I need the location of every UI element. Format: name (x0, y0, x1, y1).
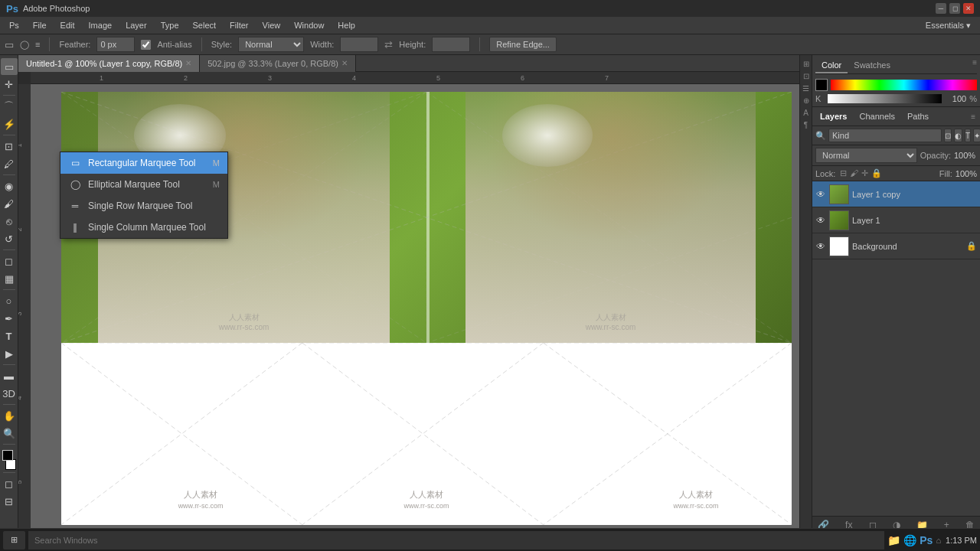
taskbar-search[interactable] (28, 531, 884, 549)
layer-item-background[interactable]: 👁 Background 🔒 (812, 233, 980, 259)
color-gradient[interactable] (831, 80, 977, 90)
tab-color[interactable]: Color (815, 58, 848, 73)
tool-crop[interactable]: ⊡ (1, 138, 18, 155)
layer-filter-shape[interactable]: ✦ (973, 129, 980, 142)
tab-channels[interactable]: Channels (856, 110, 897, 122)
tool-screen-mode[interactable]: ⊟ (1, 493, 18, 510)
tool-magic-wand[interactable]: ⚡ (1, 116, 18, 132)
menu-file[interactable]: File (27, 19, 53, 31)
tool-dodge[interactable]: ○ (1, 292, 18, 309)
feather-input[interactable] (96, 37, 135, 52)
tool-sep-9 (3, 472, 15, 473)
menu-edit[interactable]: Edit (54, 19, 81, 31)
tool-pen[interactable]: ✒ (1, 310, 18, 327)
menu-view[interactable]: View (256, 19, 287, 31)
menu-filter[interactable]: Filter (224, 19, 254, 31)
svg-rect-0 (31, 72, 799, 84)
ctx-rectangular-marquee[interactable]: ▭ Rectangular Marquee Tool M (60, 152, 227, 174)
lock-position-icon[interactable]: ✛ (861, 168, 868, 178)
layer-filter-pixel[interactable]: ⊡ (944, 129, 952, 142)
side-icon-1[interactable]: ⊞ (801, 58, 812, 69)
menu-image[interactable]: Image (83, 19, 119, 31)
tab-untitled[interactable]: Untitled-1 @ 100% (Layer 1 copy, RGB/8) … (18, 55, 200, 72)
workspace-essentials[interactable]: Essentials ▾ (920, 19, 977, 32)
menu-ps[interactable]: Ps (3, 19, 25, 31)
tab-swatches[interactable]: Swatches (848, 58, 897, 73)
layer-item-copy[interactable]: 👁 Layer 1 copy (812, 181, 980, 207)
height-input[interactable] (432, 37, 470, 52)
layer-filter-text[interactable]: T (965, 129, 971, 142)
tool-spot-heal[interactable]: ◉ (1, 178, 18, 194)
restore-button[interactable]: ◻ (949, 3, 960, 14)
ctx-elliptical-marquee[interactable]: ◯ Elliptical Marquee Tool M (60, 174, 227, 195)
minimize-button[interactable]: ─ (936, 3, 946, 14)
layers-panel-menu[interactable]: ≡ (971, 112, 975, 121)
style-select[interactable]: Normal Fixed Ratio Fixed Size (238, 37, 304, 52)
start-button[interactable]: ⊞ (3, 531, 25, 549)
tool-eraser[interactable]: ◻ (1, 253, 18, 269)
tool-move[interactable]: ✛ (1, 76, 18, 93)
tool-text[interactable]: T (1, 328, 18, 344)
blend-mode-select[interactable]: Normal Dissolve Multiply Screen (815, 148, 917, 163)
color-panel-menu[interactable]: ≡ (972, 58, 977, 73)
tool-clone[interactable]: ⎋ (1, 213, 18, 230)
layers-search-input[interactable] (828, 129, 942, 142)
layer-bg-thumb (829, 236, 849, 256)
refine-edge-button[interactable]: Refine Edge... (489, 37, 557, 52)
tab-untitled-close[interactable]: ✕ (185, 59, 191, 67)
tool-hand[interactable]: ✋ (1, 407, 18, 424)
layer-filter-adjust[interactable]: ◐ (954, 129, 962, 142)
side-icon-3[interactable]: ☰ (801, 83, 812, 93)
tool-shape[interactable]: ▬ (1, 367, 18, 384)
side-icon-6[interactable]: ¶ (801, 119, 812, 130)
menu-help[interactable]: Help (332, 19, 361, 31)
layer-item-1[interactable]: 👁 Layer 1 (812, 207, 980, 233)
tab-502-close[interactable]: ✕ (341, 59, 348, 67)
foreground-color[interactable] (2, 450, 13, 461)
antialias-checkbox[interactable] (141, 40, 151, 50)
ctx-ellipse-key: M (213, 180, 220, 189)
tab-layers[interactable]: Layers (817, 110, 850, 122)
h-ruler: 1 2 3 4 5 6 7 (31, 72, 799, 84)
side-icon-5[interactable]: A (801, 107, 812, 118)
tool-history-brush[interactable]: ↺ (1, 230, 18, 247)
menu-type[interactable]: Type (155, 19, 185, 31)
side-icon-2[interactable]: ⊡ (801, 70, 812, 81)
tool-gradient[interactable]: ▦ (1, 270, 18, 287)
canvas[interactable]: 人人素材www.rr-sc.com 人人素材www.rr-sc.com (31, 84, 799, 533)
layer-copy-visibility[interactable]: 👁 (815, 189, 826, 200)
side-icon-4[interactable]: ⊕ (801, 95, 812, 106)
taskbar-browser-icon[interactable]: 🌐 (903, 534, 916, 546)
lock-transparency-icon[interactable]: ⊟ (840, 168, 847, 178)
menu-select[interactable]: Select (187, 19, 223, 31)
layer-1-visibility[interactable]: 👁 (815, 215, 826, 226)
menu-window[interactable]: Window (288, 19, 330, 31)
ctx-single-col[interactable]: ‖ Single Column Marquee Tool (60, 217, 227, 238)
taskbar-explorer-icon[interactable]: 📁 (887, 534, 900, 546)
tool-sep-4 (3, 249, 15, 250)
menu-layer[interactable]: Layer (119, 19, 153, 31)
tool-zoom[interactable]: 🔍 (1, 425, 18, 442)
tool-marquee[interactable]: ▭ (1, 58, 18, 75)
tool-lasso[interactable]: ⌒ (1, 98, 18, 115)
black-swatch[interactable] (815, 79, 828, 91)
swap-icon[interactable]: ⇄ (384, 39, 393, 51)
tool-path-select[interactable]: ▶ (1, 345, 18, 362)
tool-brush[interactable]: 🖌 (1, 195, 18, 212)
layer-bg-visibility[interactable]: 👁 (815, 241, 826, 252)
background-color[interactable] (5, 459, 16, 470)
tool-mode[interactable]: ◻ (1, 475, 18, 492)
tab-502[interactable]: 502.jpg @ 33.3% (Layer 0, RGB/8) ✕ (200, 55, 356, 72)
width-input[interactable] (340, 37, 378, 52)
ctx-single-row[interactable]: ═ Single Row Marquee Tool (60, 195, 227, 217)
tool-3d[interactable]: 3D (1, 385, 18, 402)
tab-paths[interactable]: Paths (904, 110, 932, 122)
lock-all-icon[interactable]: 🔒 (871, 168, 882, 178)
tab-untitled-label: Untitled-1 @ 100% (Layer 1 copy, RGB/8) (26, 59, 182, 68)
height-label: Height: (399, 40, 426, 49)
k-slider[interactable] (828, 94, 942, 103)
lock-paint-icon[interactable]: 🖌 (850, 168, 858, 178)
close-button[interactable]: ✕ (963, 3, 974, 14)
taskbar-ps-icon[interactable]: Ps (920, 534, 933, 546)
tool-eyedropper[interactable]: 🖊 (1, 155, 18, 172)
